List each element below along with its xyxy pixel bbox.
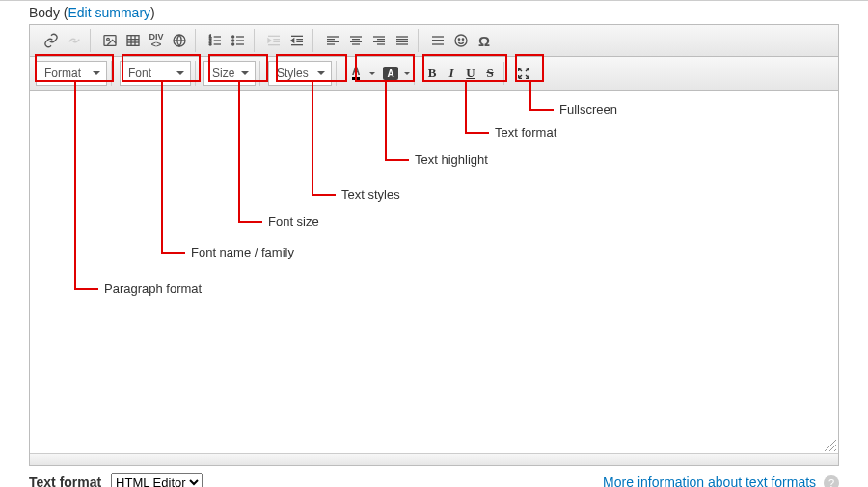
editor-frame: DIV<> 123 Ω — [29, 24, 839, 466]
svg-point-50 — [455, 35, 467, 46]
italic-button[interactable]: I — [442, 62, 461, 85]
font-dropdown-label: Font — [128, 67, 151, 80]
bg-color-button[interactable]: A — [379, 62, 402, 85]
fullscreen-button[interactable] — [512, 62, 535, 85]
svg-point-20 — [232, 43, 234, 45]
editor-status-bar — [30, 453, 838, 465]
edit-summary-link[interactable]: Edit summary — [68, 5, 150, 20]
callout-textformat: Text format — [495, 125, 556, 140]
smiley-icon[interactable] — [449, 29, 473, 52]
bold-button[interactable]: B — [422, 62, 442, 85]
chevron-down-icon — [93, 71, 100, 75]
callout-fullscreen: Fullscreen — [559, 102, 617, 117]
align-right-icon[interactable] — [367, 29, 391, 52]
table-icon[interactable] — [122, 29, 145, 52]
callout-fontname: Font name / family — [191, 245, 294, 259]
help-icon[interactable]: ? — [824, 475, 839, 487]
svg-point-52 — [462, 39, 463, 40]
align-justify-icon[interactable] — [391, 29, 414, 52]
size-dropdown[interactable]: Size — [203, 61, 256, 86]
callout-highlight: Text highlight — [415, 152, 488, 167]
svg-point-1 — [107, 38, 110, 41]
indent-icon[interactable] — [285, 29, 309, 52]
svg-marker-25 — [268, 39, 271, 42]
styles-dropdown-label: Styles — [277, 67, 309, 80]
resize-grip-icon[interactable] — [823, 438, 836, 451]
horizontal-rule-icon[interactable] — [426, 29, 449, 52]
text-format-label: Text format — [29, 474, 101, 487]
svg-text:3: 3 — [209, 41, 212, 46]
more-info-link[interactable]: More information about text formats — [603, 474, 816, 487]
div-icon[interactable]: DIV<> — [145, 29, 168, 52]
field-label: Body (Edit summary) — [0, 0, 868, 24]
chevron-down-icon — [317, 71, 325, 75]
svg-point-19 — [232, 40, 234, 41]
underline-button[interactable]: U — [461, 62, 480, 85]
numbered-list-icon[interactable]: 123 — [203, 29, 227, 52]
styles-dropdown[interactable]: Styles — [268, 61, 332, 86]
svg-marker-30 — [291, 39, 294, 42]
toolbar-row-2: Format Font Size Styles A — [30, 57, 838, 91]
editor-content[interactable] — [30, 91, 838, 453]
chevron-down-icon[interactable] — [369, 72, 375, 75]
text-format-select[interactable]: HTML Editor — [111, 473, 203, 487]
size-dropdown-label: Size — [212, 67, 234, 80]
link-icon[interactable] — [40, 29, 63, 52]
svg-point-18 — [232, 36, 234, 38]
body-label: Body — [29, 5, 60, 20]
callout-fontsize: Font size — [268, 214, 319, 229]
format-dropdown[interactable]: Format — [36, 61, 107, 86]
chevron-down-icon — [241, 71, 249, 75]
svg-rect-2 — [127, 36, 139, 46]
align-left-icon[interactable] — [321, 29, 344, 52]
chevron-down-icon — [176, 71, 184, 75]
strike-button[interactable]: S — [480, 62, 500, 85]
toolbar-row-1: DIV<> 123 Ω — [30, 25, 838, 57]
outdent-icon — [262, 29, 285, 52]
svg-point-51 — [458, 39, 459, 40]
align-center-icon[interactable] — [344, 29, 367, 52]
font-dropdown[interactable]: Font — [120, 61, 191, 86]
callout-textstyles: Text styles — [341, 187, 400, 202]
bullet-list-icon[interactable] — [227, 29, 250, 52]
text-color-button[interactable]: A — [344, 62, 367, 85]
chevron-down-icon[interactable] — [404, 72, 410, 75]
callout-paragraph: Paragraph format — [104, 282, 202, 296]
special-char-icon[interactable]: Ω — [473, 29, 496, 52]
globe-icon[interactable] — [168, 29, 191, 52]
format-dropdown-label: Format — [44, 67, 81, 80]
text-format-row: Text format HTML Editor More information… — [0, 466, 868, 487]
unlink-icon — [63, 29, 86, 52]
image-icon[interactable] — [98, 29, 122, 52]
